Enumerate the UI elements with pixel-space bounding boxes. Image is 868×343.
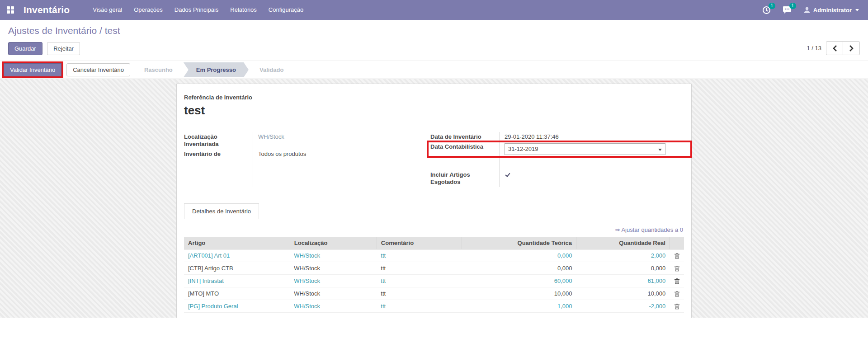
inventory-title[interactable]: test [184,103,684,117]
chevron-left-icon [832,45,837,52]
app-title[interactable]: Inventário [24,5,70,15]
table-row[interactable]: [INT] Intrastat WH/Stock ttt 60,000 61,0… [184,275,684,287]
control-panel: Ajustes de Inventário / test Guardar Rej… [0,20,868,61]
set-quantities-zero-link[interactable]: ⇒ Ajustar quantidades a 0 [185,226,683,233]
trash-icon [674,265,680,272]
breadcrumb-parent-link[interactable]: Ajustes de Inventário [8,25,97,36]
menu-configuration[interactable]: Configuração [263,0,309,20]
include-exhausted-label: Incluir Artigos Esgotados [430,171,499,186]
menu-overview[interactable]: Visão geral [87,0,128,20]
cell-comentario[interactable]: ttt [377,287,462,300]
breadcrumb-current: test [105,25,120,36]
cell-localizacao[interactable]: WH/Stock [290,300,377,313]
table-row[interactable]: [CTB] Artigo CTB WH/Stock ttt 0,000 0,00… [184,262,684,275]
user-menu[interactable]: Administrator [803,6,859,14]
save-button[interactable]: Guardar [8,42,42,55]
cancel-inventory-button[interactable]: Cancelar Inventário [66,63,130,76]
pager: 1 / 13 [807,41,860,55]
menu-reports[interactable]: Relatórios [224,0,263,20]
chevron-right-icon [849,45,854,52]
cell-qty-real[interactable]: 2,000 [576,249,670,262]
apps-menu-button[interactable] [0,0,21,20]
cell-qty-teorica[interactable]: 1,000 [462,300,576,313]
validate-inventory-button[interactable]: Validar Inventário [4,63,61,76]
status-step-validated[interactable]: Validado [249,62,294,77]
cell-qty-teorica[interactable]: 0,000 [462,262,576,275]
cell-artigo[interactable]: [ART001] Art 01 [184,249,290,262]
cell-artigo[interactable]: [CTB] Artigo CTB [184,262,290,275]
cell-comentario[interactable]: ttt [377,262,462,275]
accounting-date-label: Data Contabilística [430,143,499,150]
form-view: Referência de Inventário test Localizaçã… [0,79,868,318]
inventory-of-label: Inventário de [184,150,253,158]
cell-localizacao[interactable]: WH/Stock [290,275,377,287]
cell-qty-real[interactable]: -2,000 [576,300,670,313]
trash-icon [674,253,680,259]
apps-grid-icon [7,6,14,14]
inventory-lines-table: Artigo Localização Comentário Quantidade… [184,237,684,313]
cell-qty-real[interactable]: 10,000 [576,287,670,300]
activity-menu-button[interactable]: 1 [762,6,771,14]
cell-comentario[interactable]: ttt [377,300,462,313]
column-header-localizacao[interactable]: Localização [290,237,377,249]
cell-localizacao[interactable]: WH/Stock [290,262,377,275]
user-name: Administrator [813,7,852,14]
field-groups: Localização Inventariada WH/Stock Invent… [184,132,684,187]
pager-next-button[interactable] [843,41,860,55]
accounting-date-row: Data Contabilística 31-12-2019 [430,142,684,156]
column-header-comentario[interactable]: Comentário [377,237,462,249]
cell-localizacao[interactable]: WH/Stock [290,249,377,262]
left-field-group: Localização Inventariada WH/Stock Invent… [184,132,430,187]
trash-icon [674,278,680,284]
status-step-draft[interactable]: Rascunho [133,62,184,77]
discard-button[interactable]: Rejeitar [47,42,80,55]
cell-comentario[interactable]: ttt [377,249,462,262]
column-header-qty-teorica[interactable]: Quantidade Teórica [462,237,576,249]
delete-row-button[interactable] [670,300,684,313]
table-row[interactable]: [ART001] Art 01 WH/Stock ttt 0,000 2,000 [184,249,684,262]
menu-master-data[interactable]: Dados Principais [169,0,225,20]
column-header-actions [670,237,684,249]
cell-comentario[interactable]: ttt [377,275,462,287]
top-navbar: Inventário Visão geral Operações Dados P… [0,0,868,20]
cell-qty-real[interactable]: 61,000 [576,275,670,287]
location-value[interactable]: WH/Stock [253,133,284,141]
table-header-row: Artigo Localização Comentário Quantidade… [184,237,684,249]
cell-artigo[interactable]: [PG] Produto Geral [184,300,290,313]
cell-qty-real[interactable]: 0,000 [576,262,670,275]
delete-row-button[interactable] [670,275,684,287]
activity-badge: 1 [769,3,775,9]
breadcrumb: Ajustes de Inventário / test [8,25,860,36]
table-row[interactable]: [MTO] MTO WH/Stock ttt 10,000 10,000 [184,287,684,300]
cell-localizacao[interactable]: WH/Stock [290,287,377,300]
dropdown-caret-icon[interactable] [658,149,662,151]
pager-previous-button[interactable] [826,41,843,55]
inventory-of-value[interactable]: Todos os produtos [253,150,306,158]
delete-row-button[interactable] [670,249,684,262]
column-header-qty-real[interactable]: Quantidade Real [576,237,670,249]
delete-row-button[interactable] [670,262,684,275]
statusbar: Rascunho Em Progresso Validado [133,62,294,77]
accounting-date-input[interactable]: 31-12-2019 [505,143,665,155]
column-header-artigo[interactable]: Artigo [184,237,290,249]
delete-row-button[interactable] [670,287,684,300]
status-step-in-progress[interactable]: Em Progresso [184,62,249,77]
cell-artigo[interactable]: [INT] Intrastat [184,275,290,287]
right-field-group: Data de Inventário 29-01-2020 11:37:46 D… [430,132,684,187]
reference-label: Referência de Inventário [184,94,684,101]
cell-qty-teorica[interactable]: 60,000 [462,275,576,287]
tab-inventory-details[interactable]: Detalhes de Inventário [184,203,259,219]
trash-icon [674,303,680,310]
cell-qty-teorica[interactable]: 10,000 [462,287,576,300]
cell-qty-teorica[interactable]: 0,000 [462,249,576,262]
main-menu: Visão geral Operações Dados Principais R… [87,0,309,20]
table-row[interactable]: [PG] Produto Geral WH/Stock ttt 1,000 -2… [184,300,684,313]
breadcrumb-separator: / [97,25,105,36]
inventory-date-label: Data de Inventário [430,133,499,141]
add-line-link[interactable]: Adicionar uma Linha [184,313,684,318]
form-sheet: Referência de Inventário test Localizaçã… [176,84,692,318]
accounting-date-value: 31-12-2019 [508,146,538,153]
menu-operations[interactable]: Operações [128,0,169,20]
cell-artigo[interactable]: [MTO] MTO [184,287,290,300]
messages-menu-button[interactable]: 1 [783,6,792,14]
